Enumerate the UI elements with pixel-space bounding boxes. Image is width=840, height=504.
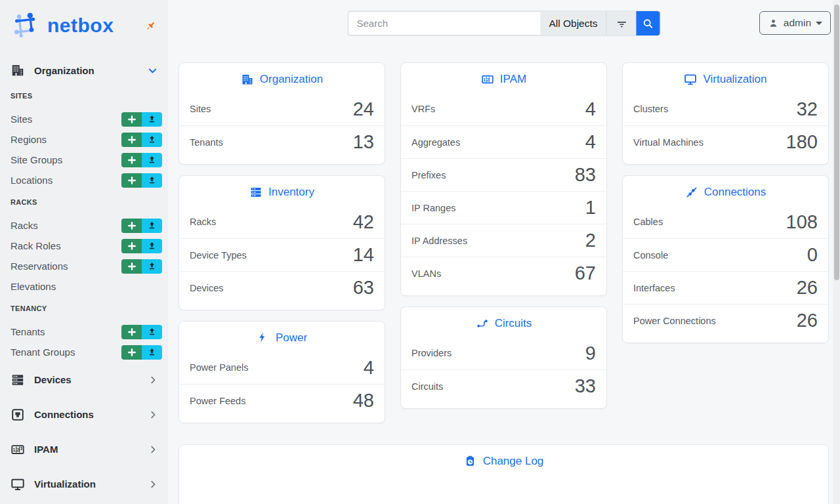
upload-icon — [148, 156, 156, 164]
add-button[interactable] — [121, 173, 142, 188]
add-button[interactable] — [121, 153, 142, 167]
card-title-circuits[interactable]: Circuits — [401, 307, 606, 337]
plus-icon — [128, 136, 136, 144]
sidebar-item[interactable]: Regions — [0, 129, 168, 150]
sidebar-item-label[interactable]: Sites — [10, 114, 121, 125]
stat-label[interactable]: Aggregates — [411, 137, 460, 148]
card-title-power[interactable]: Power — [179, 322, 385, 351]
dashboard: Organization Sites 24 Tenants 13 — [168, 46, 840, 504]
import-button[interactable] — [142, 259, 162, 274]
import-button[interactable] — [142, 112, 162, 127]
card-title-ipam[interactable]: 1 2 IPAM — [401, 63, 606, 93]
add-button[interactable] — [121, 219, 142, 233]
card-title-organization[interactable]: Organization — [179, 63, 385, 93]
add-button[interactable] — [121, 325, 142, 339]
stat-label[interactable]: Tenants — [190, 137, 223, 148]
sidebar-group-virtualization[interactable]: Virtualization — [0, 467, 168, 501]
sidebar-group-connections[interactable]: Connections — [0, 397, 168, 432]
sidebar-item[interactable]: Site Groups — [0, 150, 168, 170]
stat-row: VLANs 67 — [401, 257, 606, 289]
stat-label[interactable]: Power Panels — [190, 362, 248, 373]
stat-value: 32 — [797, 100, 818, 119]
stat-label[interactable]: Power Connections — [633, 316, 716, 326]
stat-label[interactable]: Interfaces — [633, 283, 675, 293]
card-title-label: Circuits — [495, 317, 532, 330]
route-icon — [476, 317, 489, 330]
sidebar-item-label[interactable]: Elevations — [10, 281, 162, 292]
stat-label[interactable]: Prefixes — [411, 170, 446, 180]
sidebar-group-devices[interactable]: Devices — [0, 362, 168, 397]
stat-label[interactable]: Racks — [190, 217, 216, 227]
sidebar-item-label[interactable]: Reservations — [10, 261, 121, 272]
add-button[interactable] — [121, 345, 142, 360]
chevron-right-icon — [148, 480, 158, 489]
netbox-logo-icon[interactable] — [10, 10, 41, 41]
stat-value: 26 — [797, 278, 818, 297]
sidebar-group-ipam[interactable]: 1 2 3 IPAM — [0, 432, 168, 467]
add-button[interactable] — [121, 112, 142, 127]
stat-value: 83 — [575, 165, 596, 184]
sidebar-item[interactable]: Tenants — [0, 322, 168, 342]
add-button[interactable] — [121, 259, 142, 274]
sidebar-item[interactable]: Tenant Groups — [0, 342, 168, 362]
import-button[interactable] — [142, 239, 162, 253]
stat-label[interactable]: Devices — [190, 283, 224, 293]
sidebar-item-label[interactable]: Locations — [10, 175, 121, 186]
building-icon — [10, 63, 25, 77]
stat-label[interactable]: Sites — [190, 104, 211, 114]
stat-label[interactable]: Cables — [633, 217, 663, 227]
stat-label[interactable]: Clusters — [633, 104, 668, 114]
card-title-connections[interactable]: Connections — [623, 176, 828, 205]
filter-icon[interactable] — [606, 11, 637, 35]
import-button[interactable] — [142, 153, 162, 167]
card-organization: Organization Sites 24 Tenants 13 — [178, 62, 385, 165]
search-input[interactable] — [348, 11, 540, 35]
sidebar-item-label[interactable]: Site Groups — [10, 154, 121, 165]
stat-label[interactable]: VRFs — [411, 104, 435, 114]
stat-label[interactable]: Device Types — [190, 250, 247, 261]
sidebar-item[interactable]: Locations — [0, 170, 168, 190]
import-button[interactable] — [142, 173, 162, 188]
add-button[interactable] — [121, 239, 142, 253]
import-button[interactable] — [142, 133, 162, 147]
sidebar-item-label[interactable]: Tenants — [10, 326, 121, 337]
search-scope-dropdown[interactable]: All Objects — [540, 11, 606, 35]
scrollbar-thumb[interactable] — [834, 5, 839, 280]
stat-row: Circuits 33 — [401, 369, 606, 402]
card-title-inventory[interactable]: Inventory — [179, 176, 385, 205]
sidebar-item[interactable]: Sites — [0, 109, 168, 129]
stat-label[interactable]: Virtual Machines — [633, 137, 704, 148]
sidebar-item[interactable]: Elevations — [0, 276, 168, 297]
chevron-right-icon — [148, 410, 158, 419]
stat-label[interactable]: IP Ranges — [411, 203, 455, 213]
stat-label[interactable]: Console — [633, 250, 668, 261]
add-button[interactable] — [121, 133, 142, 147]
import-button[interactable] — [142, 345, 162, 360]
card-title-virtualization[interactable]: Virtualization — [623, 63, 828, 93]
stat-label[interactable]: Providers — [411, 348, 452, 358]
stat-label[interactable]: Circuits — [411, 381, 443, 392]
stat-label[interactable]: Power Feeds — [190, 396, 245, 406]
user-label: admin — [784, 17, 811, 29]
search-button[interactable] — [637, 11, 660, 35]
sidebar-group-label: Virtualization — [34, 478, 96, 490]
sidebar-item[interactable]: Rack Roles — [0, 236, 168, 256]
card-title-changelog[interactable]: Change Log — [179, 445, 828, 474]
server-stack-icon — [10, 373, 25, 387]
scrollbar-track[interactable] — [833, 0, 840, 504]
upload-icon — [148, 135, 156, 144]
sidebar-item[interactable]: Reservations — [0, 256, 168, 276]
sidebar-item-label[interactable]: Regions — [10, 134, 121, 145]
sidebar-item-label[interactable]: Rack Roles — [10, 240, 121, 251]
sidebar-item-label[interactable]: Tenant Groups — [10, 346, 121, 358]
sidebar-item-label[interactable]: Racks — [10, 220, 121, 231]
brand-wordmark[interactable]: netbox — [47, 14, 114, 37]
import-button[interactable] — [142, 325, 162, 339]
pin-sidebar-icon[interactable] — [143, 18, 158, 33]
import-button[interactable] — [142, 219, 162, 233]
stat-label[interactable]: VLANs — [411, 268, 441, 279]
user-menu-button[interactable]: admin — [759, 11, 831, 35]
sidebar-item[interactable]: Racks — [0, 215, 168, 236]
stat-label[interactable]: IP Addresses — [411, 236, 467, 246]
sidebar-group-organization[interactable]: Organization — [0, 56, 168, 84]
